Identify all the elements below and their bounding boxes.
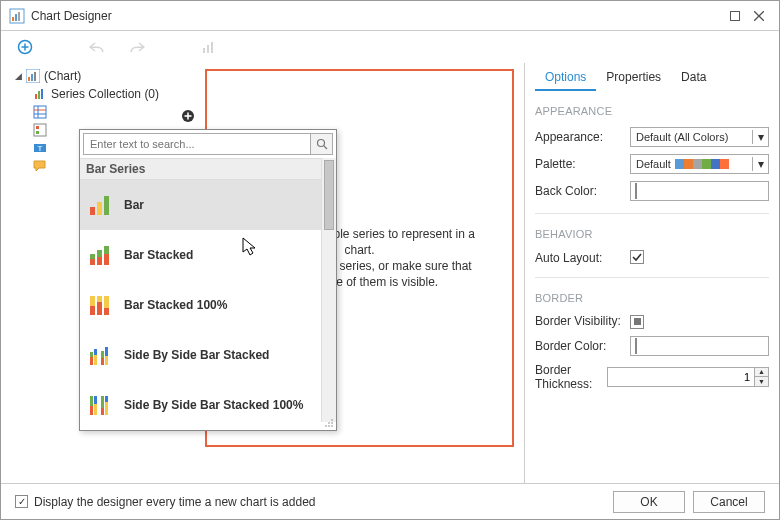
maximize-button[interactable] (723, 4, 747, 28)
svg-rect-19 (41, 89, 43, 99)
popup-item-label: Bar (124, 198, 144, 212)
cancel-button[interactable]: Cancel (693, 491, 765, 513)
ok-button[interactable]: OK (613, 491, 685, 513)
svg-rect-36 (104, 196, 109, 215)
tree-root-label: (Chart) (44, 69, 81, 83)
redo-icon (127, 37, 147, 57)
close-button[interactable] (747, 4, 771, 28)
svg-rect-43 (90, 306, 95, 315)
tree-item-2[interactable] (15, 103, 195, 121)
palette-swatches (675, 159, 752, 169)
undo-icon (87, 37, 107, 57)
label-autolayout: Auto Layout: (535, 251, 630, 265)
search-input[interactable] (84, 134, 310, 154)
popup-item-bar-stacked-100[interactable]: Bar Stacked 100% (80, 280, 336, 330)
svg-rect-52 (94, 349, 97, 355)
svg-rect-60 (94, 396, 97, 404)
toolbar (1, 31, 779, 63)
svg-rect-35 (97, 202, 102, 215)
tab-data[interactable]: Data (671, 65, 716, 91)
svg-rect-53 (101, 358, 104, 365)
property-tabs: Options Properties Data (535, 65, 769, 91)
title-icon: T (33, 141, 47, 155)
grid-icon (33, 105, 47, 119)
spin-down[interactable]: ▼ (755, 377, 768, 386)
bordervis-checkbox[interactable] (630, 315, 644, 329)
svg-rect-48 (104, 296, 109, 308)
svg-rect-12 (211, 42, 213, 53)
svg-rect-26 (36, 131, 39, 134)
bordercolor-swatch (635, 338, 637, 354)
popup-item-bar-stacked[interactable]: Bar Stacked (80, 230, 336, 280)
palette-combo[interactable]: Default ▾ (630, 154, 769, 174)
svg-line-33 (324, 146, 327, 149)
popup-item-sbs-stacked[interactable]: Side By Side Bar Stacked (80, 330, 336, 380)
tree-root[interactable]: ◢ (Chart) (15, 67, 195, 85)
svg-rect-38 (90, 254, 95, 259)
svg-rect-3 (18, 12, 20, 21)
series-type-popup: Bar Series Bar Bar Stacked Bar Stacked 1… (79, 129, 337, 431)
svg-rect-1 (12, 17, 14, 21)
svg-rect-20 (34, 106, 46, 118)
chart-designer-window: Chart Designer ◢ (0, 0, 780, 520)
popup-scrollbar[interactable] (321, 158, 336, 422)
bar-stacked-100-icon (88, 292, 114, 318)
svg-rect-47 (104, 308, 109, 315)
appearance-value: Default (All Colors) (631, 131, 752, 143)
svg-rect-50 (90, 352, 93, 357)
popup-item-sbs-stacked-100[interactable]: Side By Side Bar Stacked 100% (80, 380, 336, 430)
borderthickness-value[interactable] (608, 368, 754, 386)
bordercolor-combo[interactable] (630, 336, 769, 356)
borderthickness-input[interactable]: ▲ ▼ (607, 367, 769, 387)
footer: ✓ Display the designer every time a new … (1, 483, 779, 519)
popup-group-bar: Bar Series (80, 158, 336, 180)
tree-series[interactable]: Series Collection (0) (15, 85, 195, 103)
sbs-stacked-icon (88, 342, 114, 368)
svg-rect-62 (101, 396, 104, 408)
label-backcolor: Back Color: (535, 184, 630, 198)
display-designer-checkbox[interactable]: ✓ (15, 495, 28, 508)
chevron-down-icon[interactable]: ▾ (752, 157, 768, 171)
chevron-down-icon[interactable]: ▾ (752, 130, 768, 144)
tab-properties[interactable]: Properties (596, 65, 671, 91)
svg-rect-41 (104, 254, 109, 265)
svg-point-66 (328, 422, 330, 424)
backcolor-combo[interactable] (630, 181, 769, 201)
popup-item-label: Side By Side Bar Stacked 100% (124, 398, 303, 412)
resize-grip[interactable] (322, 416, 334, 428)
label-bthick: Border Thickness: (535, 363, 607, 391)
popup-item-bar[interactable]: Bar (80, 180, 336, 230)
annotation-icon (33, 159, 47, 173)
label-appearance: Appearance: (535, 130, 630, 144)
popup-item-label: Bar Stacked 100% (124, 298, 227, 312)
svg-rect-55 (105, 356, 108, 365)
svg-rect-37 (90, 259, 95, 265)
display-designer-label: Display the designer every time a new ch… (34, 495, 315, 509)
tab-options[interactable]: Options (535, 65, 596, 91)
bar-stacked-icon (88, 242, 114, 268)
legend-icon (33, 123, 47, 137)
svg-rect-4 (731, 11, 740, 20)
bar-icon (88, 192, 114, 218)
svg-point-69 (328, 425, 330, 427)
svg-point-67 (331, 422, 333, 424)
svg-rect-64 (105, 396, 108, 402)
palette-value: Default (631, 158, 675, 170)
svg-rect-18 (38, 91, 40, 99)
svg-rect-51 (94, 355, 97, 365)
spin-up[interactable]: ▲ (755, 368, 768, 378)
autolayout-checkbox[interactable] (630, 250, 644, 264)
add-series-button[interactable] (181, 109, 195, 123)
svg-rect-24 (34, 124, 46, 136)
expand-icon[interactable]: ◢ (15, 71, 22, 81)
add-icon[interactable] (15, 37, 35, 57)
section-appearance: APPEARANCE (535, 105, 769, 117)
svg-rect-17 (35, 94, 37, 99)
appearance-combo[interactable]: Default (All Colors) ▾ (630, 127, 769, 147)
popup-search (83, 133, 333, 155)
search-icon[interactable] (310, 134, 332, 154)
popup-item-label: Side By Side Bar Stacked (124, 348, 269, 362)
scrollbar-thumb[interactable] (324, 160, 334, 230)
svg-rect-59 (94, 404, 97, 415)
svg-rect-44 (90, 296, 95, 306)
